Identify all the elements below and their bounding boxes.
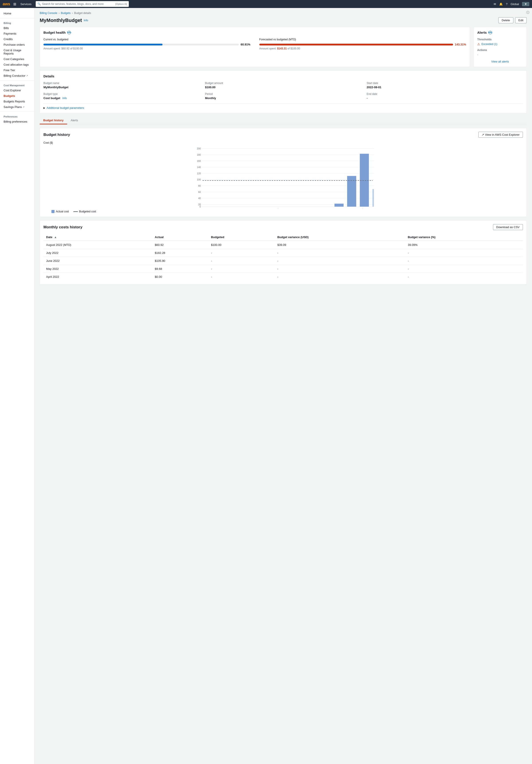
sidebar-item-billing-preferences[interactable]: Billing preferences <box>0 119 34 124</box>
cell-budgeted-4: - <box>208 273 275 281</box>
svg-text:0: 0 <box>200 205 201 208</box>
table-body: August 2022 (MTD) $60.92 $100.00 $39.09 … <box>44 241 523 281</box>
download-csv-button[interactable]: Download as CSV <box>493 224 523 230</box>
cell-variance-pct-1: - <box>405 249 523 257</box>
cell-budgeted-3: - <box>208 265 275 273</box>
detail-period: Period Monthly <box>205 93 361 100</box>
edit-button[interactable]: Edit <box>515 17 527 23</box>
mail-icon[interactable]: ✉ <box>494 2 496 6</box>
thresholds-label: Thresholds <box>477 38 523 41</box>
sidebar-item-purchase-orders[interactable]: Purchase orders <box>0 42 34 48</box>
sidebar-item-budgets-reports[interactable]: Budgets Reports <box>0 98 34 104</box>
sidebar-item-billing-conductor[interactable]: Billing Conductor ↗ <box>0 73 34 79</box>
legend-actual: Actual cost <box>52 210 69 213</box>
svg-text:Jan 2022: Jan 2022 <box>264 208 272 208</box>
sidebar-item-cost-explorer[interactable]: Cost Explorer <box>0 88 34 93</box>
sort-arrow-date: ▲ <box>54 236 57 239</box>
sidebar-item-savings-plans[interactable]: Savings Plans ↗ <box>0 104 34 110</box>
page-title: MyMonthlyBudget <box>40 18 82 23</box>
triangle-icon: ▶ <box>44 106 45 109</box>
sidebar-item-payments[interactable]: Payments <box>0 31 34 36</box>
chart-legend: Actual cost Budgeted cost <box>44 210 523 213</box>
details-grid: Budget name MyMonthlyBudget Budget amoun… <box>44 82 523 100</box>
sidebar-item-cost-allocation-tags[interactable]: Cost allocation tags <box>0 62 34 68</box>
svg-text:60: 60 <box>198 191 201 193</box>
view-in-explorer-button[interactable]: ↗ View in AWS Cost Explorer <box>478 132 523 138</box>
th-variance-usd: Budget variance (USD) <box>274 234 405 241</box>
sidebar: Home Billing Bills Payments Credits Purc… <box>0 8 34 764</box>
legend-budgeted: Budgeted cost <box>74 210 96 213</box>
additional-params[interactable]: ▶ Additional budget parameters <box>44 103 523 109</box>
forecasted-percent: 143.31% <box>455 43 466 46</box>
svg-text:Mar 2022: Mar 2022 <box>288 208 297 208</box>
sidebar-item-cost-categories[interactable]: Cost Categories <box>0 56 34 62</box>
svg-text:Feb 2022: Feb 2022 <box>275 208 284 208</box>
bell-icon[interactable]: 🔔 <box>499 2 503 6</box>
budget-health-card: Budget health Info Current vs. budgeted … <box>40 27 470 67</box>
global-selector[interactable]: Global <box>511 2 519 6</box>
services-button[interactable]: Services <box>18 1 34 7</box>
sidebar-item-budgets[interactable]: Budgets <box>0 93 34 98</box>
table-row: July 2022 $182.28 - - - <box>44 249 523 257</box>
svg-text:180: 180 <box>197 153 201 156</box>
current-amount: Amount spent: $60.92 of $100.00 <box>44 47 251 50</box>
cell-variance-usd-3: - <box>274 265 405 273</box>
view-all-alerts-link[interactable]: View all alerts <box>477 60 523 63</box>
bar-may-2022 <box>334 204 344 207</box>
cell-actual-1: $182.28 <box>152 249 208 257</box>
table-row: May 2022 $9.68 - - - <box>44 265 523 273</box>
tab-budget-history[interactable]: Budget history <box>40 117 67 124</box>
exceeded-link[interactable]: Exceeded (1) <box>481 43 497 46</box>
search-shortcut: [Option+S] <box>115 3 127 5</box>
monthly-costs-section: Monthly costs history Download as CSV Da… <box>40 220 527 285</box>
legend-budgeted-label: Budgeted cost <box>79 210 96 213</box>
grid-icon[interactable]: ⊞ <box>13 2 16 6</box>
cell-date-4: April 2022 <box>44 273 152 281</box>
tab-alerts[interactable]: Alerts <box>67 117 82 124</box>
budget-history-chart: 200 180 160 140 120 100 80 60 40 20 0 <box>44 146 523 208</box>
breadcrumb-budgets[interactable]: Budgets <box>61 12 71 15</box>
svg-text:Sep 2021: Sep 2021 <box>214 208 223 208</box>
alerts-title: Alerts Info <box>477 31 523 34</box>
cell-actual-3: $9.68 <box>152 265 208 273</box>
sidebar-item-home[interactable]: Home <box>0 11 34 16</box>
svg-text:Oct 2021: Oct 2021 <box>226 208 235 208</box>
svg-text:Jul 2022: Jul 2022 <box>360 208 368 208</box>
th-date[interactable]: Date ▲ <box>44 234 152 241</box>
cell-actual-0: $60.92 <box>152 241 208 249</box>
sidebar-item-cost-usage-reports[interactable]: Cost & Usage Reports <box>0 48 34 56</box>
details-title: Details <box>44 74 523 78</box>
page-info-link[interactable]: Info <box>84 19 88 22</box>
breadcrumb: Billing Console › Budgets › Budget detai… <box>40 12 527 15</box>
detail-budget-type: Budget type Cost budget Info <box>44 93 200 100</box>
sidebar-item-bills[interactable]: Bills <box>0 25 34 31</box>
cell-date-0: August 2022 (MTD) <box>44 241 152 249</box>
detail-start-date: Start date 2022-08-01 <box>367 82 523 89</box>
tabs-container: Budget history Alerts <box>40 117 527 124</box>
chart-area: 200 180 160 140 120 100 80 60 40 20 0 <box>44 146 523 208</box>
current-vs-budgeted: Current vs. budgeted 60.91% Amount spent… <box>44 38 251 50</box>
budget-health-info-icon[interactable]: Info <box>68 31 71 34</box>
sidebar-item-credits[interactable]: Credits <box>0 36 34 42</box>
alerts-info-icon[interactable]: Info <box>488 31 492 34</box>
header-actions: Delete Edit <box>498 17 527 23</box>
svg-text:80: 80 <box>198 184 201 187</box>
tabs: Budget history Alerts <box>40 117 527 124</box>
page-info-icon[interactable]: ⓘ <box>526 11 529 15</box>
legend-actual-label: Actual cost <box>56 210 69 213</box>
help-icon[interactable]: ? <box>506 2 507 6</box>
breadcrumb-billing-console[interactable]: Billing Console <box>40 12 57 15</box>
budget-type-info-link[interactable]: Info <box>62 96 67 100</box>
sidebar-section-billing: Billing <box>0 20 34 25</box>
main-content: Billing Console › Budgets › Budget detai… <box>34 8 532 764</box>
page-title-row: MyMonthlyBudget Info <box>40 18 88 23</box>
cell-budgeted-0: $100.00 <box>208 241 275 249</box>
breadcrumb-sep-2: › <box>72 12 73 15</box>
search-bar[interactable]: 🔍 Search for services, features, blogs, … <box>36 1 129 7</box>
delete-button[interactable]: Delete <box>498 17 513 23</box>
svg-text:100: 100 <box>197 178 201 181</box>
sidebar-item-free-tier[interactable]: Free Tier <box>0 68 34 73</box>
sidebar-section-cost-management: Cost Management <box>0 82 34 88</box>
account-selector[interactable]: ▼ <box>522 2 529 6</box>
cell-actual-2: $105.90 <box>152 257 208 265</box>
